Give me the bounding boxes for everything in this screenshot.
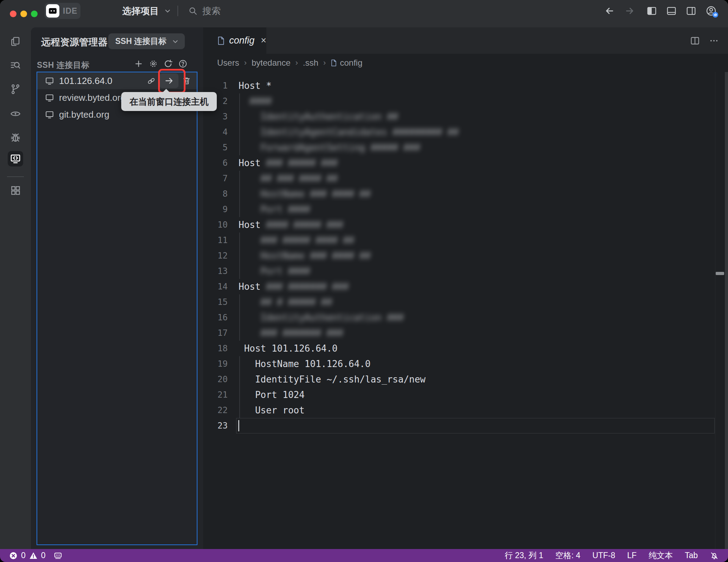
code-line-13[interactable]: 13 Port #### <box>203 263 728 279</box>
line-number: 18 <box>203 341 228 356</box>
eye-icon <box>10 108 21 119</box>
code-line-12[interactable]: 12 HostName ### #### ## <box>203 248 728 263</box>
redacted-blurred-text: ## # ##### ## <box>239 297 332 307</box>
code-line-3[interactable]: 3 IdentityAuthentication ## <box>203 109 728 124</box>
breadcrumb-item[interactable]: Users <box>217 58 239 68</box>
remote-monitor-icon <box>9 153 21 165</box>
code-line-1[interactable]: 1Host * <box>203 78 728 93</box>
code-text: HostName ### #### ## <box>228 186 371 202</box>
code-text: IdentityFile ~/.ssh/las_rsa/new <box>228 372 425 387</box>
refresh-icon[interactable] <box>163 59 173 68</box>
sidebar-item-explorer[interactable] <box>10 36 21 47</box>
extensions-grid-icon <box>10 185 21 196</box>
code-line-16[interactable]: 16 IdentityAuthentication ### <box>203 310 728 325</box>
project-selector[interactable]: 选择项目 <box>122 0 171 22</box>
code-text: ## # ##### ## <box>228 294 332 310</box>
gear-icon[interactable] <box>149 59 158 68</box>
titlebar-separator <box>177 6 178 16</box>
input-mode[interactable]: Tab <box>685 551 698 560</box>
toggle-right-panel-button[interactable] <box>685 5 697 17</box>
code-line-7[interactable]: 7 ## ### #### ## <box>203 171 728 186</box>
sidebar-item-source-control[interactable] <box>10 84 21 95</box>
code-line-8[interactable]: 8 HostName ### #### ## <box>203 186 728 202</box>
navigate-forward-button[interactable] <box>624 5 635 17</box>
chevron-down-icon <box>164 7 171 15</box>
indent-setting[interactable]: 空格: 4 <box>555 550 580 561</box>
code-text: HostName ### #### ## <box>228 248 371 263</box>
sidebar-item-search[interactable] <box>10 60 21 71</box>
minimize-window-button[interactable] <box>20 11 27 17</box>
code-line-2[interactable]: 2 #### <box>203 93 728 109</box>
code-line-19[interactable]: 19 HostName 101.126.64.0 <box>203 356 728 372</box>
redacted-blurred-text: ### ##### #### ## <box>239 235 354 246</box>
files-icon <box>10 36 21 47</box>
breadcrumb-item[interactable]: .ssh <box>303 58 318 68</box>
code-line-10[interactable]: 10Host #### ##### ### <box>203 217 728 233</box>
problems-indicator[interactable]: 0 0 <box>9 551 46 560</box>
close-icon[interactable]: × <box>261 36 266 45</box>
more-actions-icon[interactable] <box>709 36 719 46</box>
tooltip-notch <box>163 89 170 92</box>
sidebar-item-remote-explorer[interactable] <box>8 151 23 166</box>
code-text: Port #### <box>228 263 310 279</box>
project-selector-label: 选择项目 <box>122 5 159 17</box>
line-number: 3 <box>203 109 228 124</box>
global-search[interactable]: 搜索 <box>188 0 221 22</box>
code-text: Host ### ####### ### <box>228 279 349 294</box>
code-line-9[interactable]: 9 Port #### <box>203 202 728 217</box>
sidebar-item-preview[interactable] <box>10 108 21 119</box>
link-icon[interactable] <box>147 76 156 86</box>
eol-sequence[interactable]: LF <box>627 551 637 560</box>
section-actions <box>134 59 188 68</box>
encoding[interactable]: UTF-8 <box>592 551 615 560</box>
line-number: 10 <box>203 217 228 233</box>
add-icon[interactable] <box>134 59 143 68</box>
code-editor[interactable]: 1Host *2 ####3 IdentityAuthentication ##… <box>203 72 728 549</box>
code-line-14[interactable]: 14Host ### ####### ### <box>203 279 728 294</box>
code-line-23[interactable]: 23 <box>203 418 728 433</box>
breadcrumb-item[interactable]: bytedance <box>252 58 291 68</box>
code-line-5[interactable]: 5 ForwardAgentSetting ##### ### <box>203 140 728 155</box>
cursor-position[interactable]: 行 23, 列 1 <box>505 550 543 561</box>
account-avatar[interactable] <box>706 5 717 17</box>
line-number: 9 <box>203 202 228 217</box>
app-logo-label: IDE <box>63 6 77 16</box>
code-line-17[interactable]: 17 ### ####### ### <box>203 325 728 341</box>
monitor-icon <box>45 76 54 85</box>
code-line-20[interactable]: 20 IdentityFile ~/.ssh/las_rsa/new <box>203 372 728 387</box>
split-editor-icon[interactable] <box>690 36 700 46</box>
sidebar-item-extensions[interactable] <box>10 185 21 196</box>
code-line-15[interactable]: 15 ## # ##### ## <box>203 294 728 310</box>
tab-config[interactable]: config × <box>203 27 266 54</box>
bell-muted-icon[interactable] <box>710 551 719 560</box>
ssh-host-label: git.byted.org <box>59 109 109 120</box>
code-line-11[interactable]: 11 ### ##### #### ## <box>203 233 728 248</box>
language-mode[interactable]: 纯文本 <box>649 550 673 561</box>
sidebar-item-debug[interactable] <box>10 132 21 143</box>
sidebar-title: 远程资源管理器 <box>41 36 108 48</box>
code-line-6[interactable]: 6Host ### ##### ### <box>203 155 728 171</box>
breadcrumb-item[interactable]: config <box>331 58 362 68</box>
code-line-21[interactable]: 21 Port 1024 <box>203 387 728 403</box>
code-text: User root <box>228 403 305 418</box>
code-line-4[interactable]: 4 IdentityAgentCandidates ######### ## <box>203 124 728 140</box>
code-line-22[interactable]: 22 User root <box>203 403 728 418</box>
maximize-window-button[interactable] <box>31 11 38 17</box>
git-branch-icon <box>10 84 21 95</box>
close-window-button[interactable] <box>10 11 17 17</box>
code-line-18[interactable]: 18 Host 101.126.64.0 <box>203 341 728 356</box>
line-number: 1 <box>203 78 228 93</box>
app-logo-icon <box>46 4 59 18</box>
help-icon[interactable] <box>178 59 188 68</box>
code-text: HostName 101.126.64.0 <box>228 356 371 372</box>
toggle-bottom-panel-button[interactable] <box>666 5 677 17</box>
view-selector-dropdown[interactable]: SSH 连接目标 <box>108 33 185 49</box>
code-text: Host #### ##### ### <box>228 217 343 233</box>
ide-status-logo-icon[interactable] <box>53 551 63 560</box>
line-number: 15 <box>203 294 228 310</box>
warning-icon <box>29 551 38 560</box>
navigate-back-button[interactable] <box>604 5 615 17</box>
line-number: 8 <box>203 186 228 202</box>
tab-bar: config × <box>203 27 728 54</box>
toggle-left-panel-button[interactable] <box>646 5 657 17</box>
